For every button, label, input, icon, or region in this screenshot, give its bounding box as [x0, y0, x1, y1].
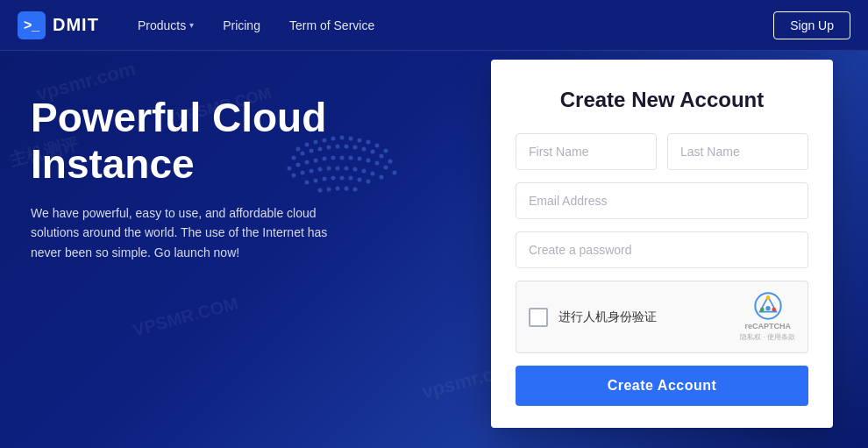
hero-title: Powerful CloudInstance: [31, 95, 465, 188]
brand[interactable]: >_ DMIT: [18, 11, 99, 39]
recaptcha-logo-icon: [754, 292, 782, 320]
recaptcha-label: 进行人机身份验证: [559, 309, 657, 325]
email-input[interactable]: [516, 182, 808, 219]
nav-links: Products ▾ Pricing Term of Service: [125, 11, 773, 39]
svg-point-65: [760, 308, 765, 312]
last-name-input[interactable]: [667, 133, 808, 170]
form-title: Create New Account: [516, 88, 808, 112]
svg-point-64: [765, 306, 770, 310]
signup-button[interactable]: Sign Up: [773, 11, 850, 39]
nav-products[interactable]: Products ▾: [125, 11, 206, 39]
recaptcha-left: 进行人机身份验证: [529, 308, 657, 327]
recaptcha-links-label: 隐私权 · 使用条款: [740, 332, 795, 342]
chevron-down-icon: ▾: [189, 20, 194, 30]
first-name-input[interactable]: [516, 133, 657, 170]
brand-name: DMIT: [53, 15, 99, 35]
create-account-button[interactable]: Create Account: [516, 366, 808, 406]
hero-subtitle: We have powerful, easy to use, and affor…: [31, 203, 355, 262]
nav-tos[interactable]: Term of Service: [277, 11, 387, 39]
svg-point-67: [765, 295, 770, 300]
navbar: >_ DMIT Products ▾ Pricing Term of Servi…: [0, 0, 868, 51]
recaptcha-right: reCAPTCHA 隐私权 · 使用条款: [740, 292, 795, 342]
recaptcha-brand-label: reCAPTCHA: [744, 322, 791, 331]
name-row: [516, 133, 808, 170]
nav-pricing[interactable]: Pricing: [210, 11, 273, 39]
main-content: Powerful CloudInstance We have powerful,…: [0, 51, 868, 448]
recaptcha-box: 进行人机身份验证 reCAPTCHA 隐私权 · 使用条款: [516, 281, 808, 353]
navbar-right: Sign Up: [773, 11, 850, 39]
hero-section: Powerful CloudInstance We have powerful,…: [0, 51, 491, 288]
password-input[interactable]: [516, 231, 808, 268]
signup-form-card: Create New Account 进行人机身份验证: [491, 60, 833, 428]
brand-icon: >_: [18, 11, 46, 39]
recaptcha-checkbox[interactable]: [529, 308, 548, 327]
svg-point-66: [772, 308, 776, 312]
